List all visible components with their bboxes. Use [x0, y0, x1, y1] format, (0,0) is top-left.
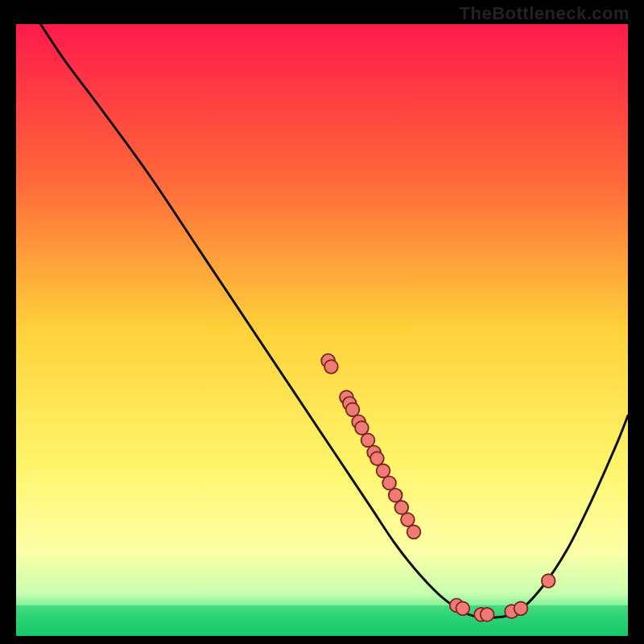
data-marker: [377, 464, 390, 477]
data-marker: [407, 525, 421, 539]
watermark-text: TheBottleneck.com: [460, 3, 630, 24]
data-marker: [370, 452, 384, 465]
data-marker: [514, 601, 528, 615]
chart-frame: TheBottleneck.com: [0, 0, 644, 644]
data-marker: [394, 501, 408, 514]
data-marker: [382, 477, 396, 490]
data-marker: [456, 601, 469, 615]
plot-area: [16, 24, 628, 636]
data-marker: [355, 421, 369, 435]
data-marker: [361, 433, 375, 447]
data-marker: [481, 608, 494, 621]
data-marker: [346, 402, 360, 416]
data-marker: [401, 513, 415, 526]
data-marker: [324, 360, 338, 374]
gradient-background: [16, 24, 628, 636]
data-marker: [542, 574, 555, 588]
optimal-band: [16, 605, 628, 636]
data-marker: [389, 489, 402, 502]
chart-svg: [16, 24, 628, 636]
